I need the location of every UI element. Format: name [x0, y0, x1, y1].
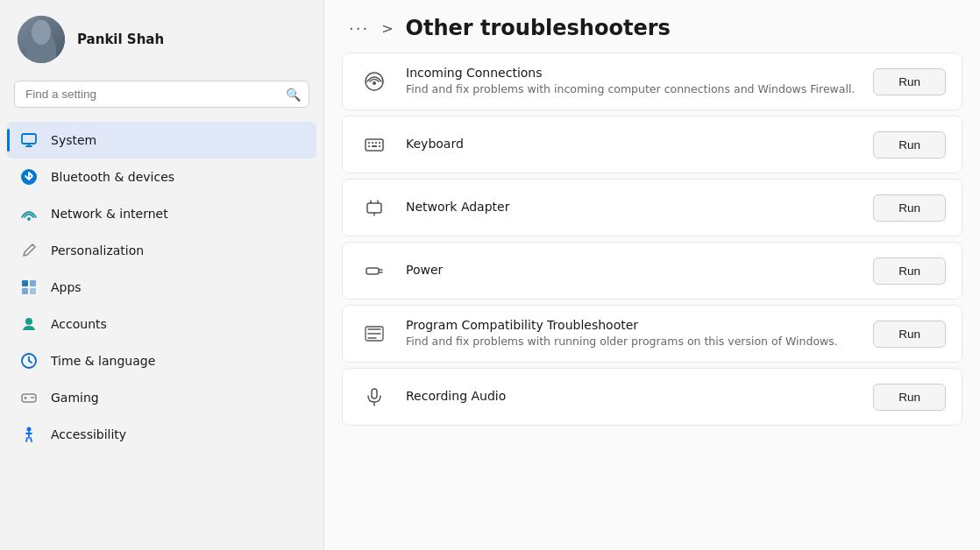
- search-icon: 🔍: [286, 88, 301, 102]
- keyboard-title: Keyboard: [406, 137, 857, 151]
- power-run-button[interactable]: Run: [873, 257, 946, 285]
- power-icon: [359, 255, 390, 286]
- incoming-connections-info: Incoming Connections Find and fix proble…: [406, 66, 857, 97]
- svg-rect-7: [22, 288, 28, 294]
- keyboard-info: Keyboard: [406, 137, 857, 152]
- svg-rect-8: [30, 288, 36, 294]
- user-name: Pankil Shah: [77, 32, 164, 47]
- svg-rect-24: [368, 145, 370, 147]
- svg-rect-6: [30, 280, 36, 286]
- sidebar-item-label: Apps: [51, 280, 82, 294]
- program-compat-icon: [359, 318, 390, 349]
- avatar-image: [18, 16, 65, 63]
- personalization-icon: [19, 241, 39, 260]
- keyboard-run-button[interactable]: Run: [873, 131, 946, 159]
- sidebar-item-system[interactable]: System: [7, 122, 316, 159]
- program-compat-info: Program Compatibility Troubleshooter Fin…: [406, 318, 857, 349]
- content-area: Incoming Connections Find and fix proble…: [324, 53, 980, 550]
- sidebar-item-network[interactable]: Network & internet: [7, 195, 316, 232]
- sidebar-item-label: System: [51, 133, 96, 147]
- svg-point-14: [31, 397, 32, 398]
- incoming-connections-icon: [359, 66, 390, 97]
- svg-rect-38: [372, 389, 377, 398]
- recording-audio-info: Recording Audio: [406, 389, 857, 405]
- sidebar-item-personalization[interactable]: Personalization: [7, 232, 316, 269]
- svg-rect-0: [22, 134, 36, 144]
- program-compat-run-button[interactable]: Run: [873, 321, 946, 348]
- recording-audio-icon: [359, 381, 390, 412]
- recording-audio-run-button[interactable]: Run: [873, 384, 946, 411]
- avatar: [18, 16, 65, 63]
- svg-rect-25: [372, 145, 377, 147]
- troubleshooter-item-incoming-connections: Incoming Connections Find and fix proble…: [342, 53, 962, 110]
- sidebar-item-apps[interactable]: Apps: [7, 269, 316, 306]
- program-compat-desc: Find and fix problems with running older…: [406, 334, 857, 349]
- svg-rect-21: [372, 142, 373, 144]
- page-header: ··· > Other troubleshooters: [324, 0, 980, 53]
- sidebar: Pankil Shah 🔍 System Bluetooth & devices…: [0, 0, 324, 550]
- svg-point-16: [27, 427, 32, 432]
- network-adapter-title: Network Adapter: [406, 200, 857, 214]
- svg-point-4: [27, 217, 31, 221]
- recording-audio-title: Recording Audio: [406, 389, 857, 403]
- program-compat-title: Program Compatibility Troubleshooter: [406, 318, 857, 332]
- gaming-icon: [19, 388, 39, 407]
- svg-rect-22: [375, 142, 377, 144]
- breadcrumb-dots: ···: [349, 19, 369, 38]
- svg-rect-27: [367, 203, 381, 213]
- incoming-connections-run-button[interactable]: Run: [873, 68, 946, 95]
- sidebar-item-label: Time & language: [51, 354, 155, 368]
- sidebar-item-label: Accessibility: [51, 427, 126, 441]
- troubleshooter-item-program-compat: Program Compatibility Troubleshooter Fin…: [342, 305, 962, 363]
- breadcrumb-separator: >: [381, 20, 393, 37]
- svg-point-9: [25, 318, 32, 325]
- time-icon: [19, 351, 39, 370]
- apps-icon: [19, 278, 39, 297]
- troubleshooter-item-power: Power Run: [342, 242, 962, 300]
- sidebar-item-label: Network & internet: [51, 207, 168, 221]
- search-box: 🔍: [14, 81, 309, 108]
- system-icon: [19, 130, 39, 150]
- troubleshooter-item-keyboard: Keyboard Run: [342, 116, 962, 173]
- troubleshooter-item-recording-audio: Recording Audio Run: [342, 368, 962, 426]
- search-input[interactable]: [14, 81, 309, 108]
- nav-list: System Bluetooth & devices Network & int…: [0, 118, 323, 550]
- sidebar-item-label: Accounts: [51, 317, 107, 331]
- sidebar-item-label: Gaming: [51, 391, 99, 405]
- sidebar-item-label: Bluetooth & devices: [51, 170, 174, 184]
- incoming-connections-desc: Find and fix problems with incoming comp…: [406, 81, 857, 97]
- svg-rect-26: [379, 145, 380, 147]
- sidebar-item-accessibility[interactable]: Accessibility: [7, 416, 316, 453]
- sidebar-item-gaming[interactable]: Gaming: [7, 379, 316, 416]
- svg-rect-5: [22, 280, 28, 286]
- svg-rect-20: [368, 142, 370, 144]
- network-icon: [19, 204, 39, 223]
- sidebar-item-accounts[interactable]: Accounts: [7, 306, 316, 342]
- keyboard-icon: [359, 129, 390, 160]
- network-adapter-run-button[interactable]: Run: [873, 194, 946, 222]
- bluetooth-icon: [19, 167, 39, 187]
- network-adapter-info: Network Adapter: [406, 200, 857, 215]
- accessibility-icon: [19, 425, 39, 444]
- svg-rect-19: [366, 139, 383, 151]
- main-content: ··· > Other troubleshooters Incoming Con…: [324, 0, 980, 550]
- svg-rect-31: [366, 268, 379, 274]
- user-profile: Pankil Shah: [0, 0, 323, 77]
- incoming-connections-title: Incoming Connections: [406, 66, 857, 80]
- svg-point-15: [32, 397, 34, 398]
- power-info: Power: [406, 263, 857, 279]
- svg-point-18: [373, 81, 376, 85]
- network-adapter-icon: [359, 192, 390, 223]
- svg-rect-23: [379, 142, 380, 144]
- accounts-icon: [19, 314, 39, 334]
- sidebar-item-bluetooth[interactable]: Bluetooth & devices: [7, 159, 316, 195]
- sidebar-item-label: Personalization: [51, 243, 144, 257]
- troubleshooter-item-network-adapter: Network Adapter Run: [342, 179, 962, 236]
- page-title: Other troubleshooters: [406, 16, 671, 40]
- power-title: Power: [406, 263, 857, 277]
- sidebar-item-time[interactable]: Time & language: [7, 342, 316, 379]
